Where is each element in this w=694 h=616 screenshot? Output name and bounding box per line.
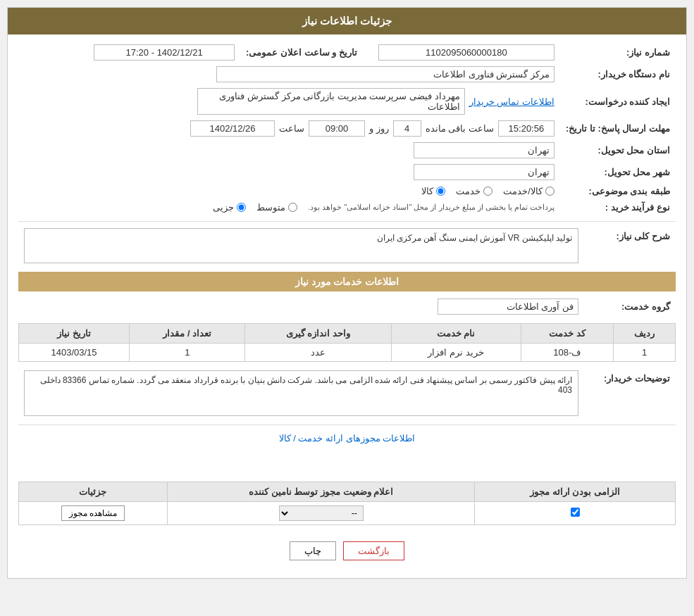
view-permit-button[interactable]: مشاهده مجوز [61,505,125,521]
process-radio-partial[interactable]: جزیی [213,202,246,213]
cell-qty: 1 [130,344,245,362]
process-radio-medium[interactable]: متوسط [256,202,297,213]
permits-table: الزامی بودن ارائه مجوز اعلام وضعیت مجوز … [18,482,676,525]
announce-date-value: 1402/12/21 - 17:20 [94,44,235,61]
cell-unit: عدد [245,344,391,362]
need-desc-label: شرح کلی نیاز: [584,225,676,266]
time-label: ساعت [279,123,304,134]
permits-link[interactable]: اطلاعات مجوزهای ارائه خدمت / کالا [18,429,676,448]
col-required: الزامی بودن ارائه مجوز [475,482,676,502]
page-title: جزئیات اطلاعات نیاز [8,8,686,34]
services-section-header: اطلاعات خدمات مورد نیاز [18,272,676,291]
province-value: تهران [414,142,554,158]
days-value: 4 [393,120,421,137]
print-button[interactable]: چاپ [290,541,336,560]
request-number-value: 1102095060000180 [378,44,554,61]
province-label: استان محل تحویل: [560,139,676,161]
days-label: روز و [369,123,389,134]
services-table: ردیف کد خدمت نام خدمت واحد اندازه گیری ت… [18,323,676,362]
permit-required-cell [475,502,676,525]
cell-name: خرید نرم افزار [391,344,521,362]
cell-code: ف-108 [521,344,613,362]
buyer-notes-label: توضیحات خریدار: [584,367,676,419]
process-note: پرداخت تمام یا بخشی از مبلغ خریدار از مح… [308,203,554,212]
response-deadline-label: مهلت ارسال پاسخ: تا تاریخ: [560,118,676,139]
bottom-buttons: بازگشت چاپ [18,531,676,571]
service-group-label: گروه خدمت: [584,296,676,318]
buyer-notes-value: ارائه پیش فاکتور رسمی بر اساس پیشنهاد فن… [24,370,578,416]
category-radio-kala[interactable]: کالا [421,186,445,196]
permit-details-cell[interactable]: مشاهده مجوز [19,502,168,525]
col-qty: تعداد / مقدار [130,324,245,344]
remaining-time: 15:20:56 [498,120,554,137]
col-status: اعلام وضعیت مجوز توسط نامین کننده [167,482,474,502]
col-unit: واحد اندازه گیری [245,324,391,344]
creator-label: ایجاد کننده درخواست: [560,85,676,118]
category-radio-khedmat[interactable]: خدمت [456,186,492,196]
permit-required-checkbox[interactable] [571,508,580,517]
request-number-label: شماره نیاز: [560,42,676,63]
response-date-value: 1402/12/26 [190,120,275,137]
permit-status-cell[interactable]: -- [167,502,474,525]
col-code: کد خدمت [521,324,613,344]
buyer-center-value: مرکز گسترش فناوری اطلاعات [216,66,554,82]
cell-row: 1 [613,344,675,362]
back-button[interactable]: بازگشت [343,541,404,560]
category-radio-kala-khedmat[interactable]: کالا/خدمت [503,186,554,196]
col-date: تاریخ نیاز [19,324,130,344]
col-name: نام خدمت [391,324,521,344]
contact-link[interactable]: اطلاعات تماس خریدار [469,96,554,107]
creator-value: مهرداد فیضی سرپرست مدیریت بازرگانی مرکز … [197,88,465,115]
buyer-center-label: نام دستگاه خریدار: [560,63,676,85]
permit-status-select[interactable]: -- [279,505,364,521]
col-details: جزئیات [19,482,168,502]
remaining-label: ساعت باقی مانده [426,123,494,134]
announce-date-label: تاریخ و ساعت اعلان عمومی: [240,42,363,63]
col-row: ردیف [613,324,675,344]
list-item: -- مشاهده مجوز [19,502,676,525]
cell-date: 1403/03/15 [19,344,130,362]
service-group-value: فن آوری اطلاعات [438,298,578,315]
time-value: 09:00 [309,120,365,137]
table-row: 1 ف-108 خرید نرم افزار عدد 1 1403/03/15 [19,344,676,362]
city-value: تهران [414,164,554,180]
category-label: طبقه بندی موضوعی: [560,183,676,199]
process-label: نوع فرآیند خرید : [560,199,676,215]
city-label: شهر محل تحویل: [560,161,676,183]
need-desc-value: تولید اپلیکیشن VR آموزش ایمنی سنگ آهن مر… [24,228,578,263]
